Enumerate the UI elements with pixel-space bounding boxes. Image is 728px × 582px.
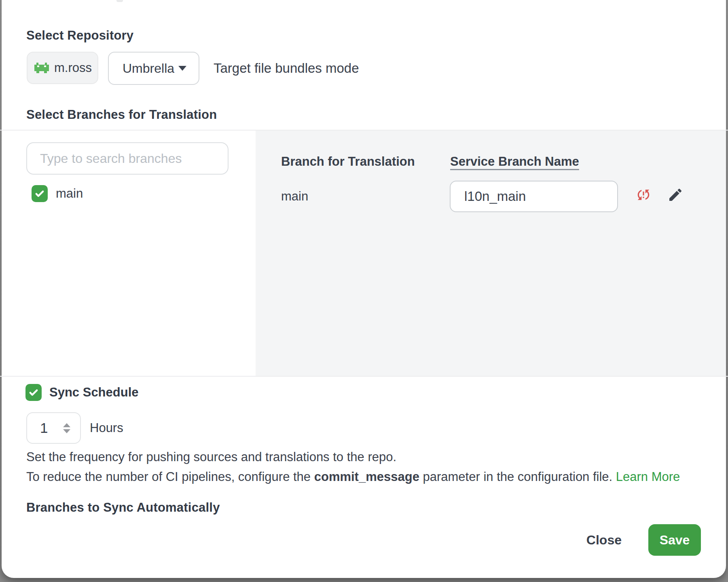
stepper-arrows-icon[interactable] <box>63 423 70 433</box>
interval-unit-label: Hours <box>90 412 123 444</box>
close-button[interactable]: Close <box>582 533 626 548</box>
checkmark-icon <box>28 387 39 398</box>
arrow-up-icon <box>63 423 70 427</box>
sync-schedule-checkbox-checked[interactable] <box>25 384 42 401</box>
chevron-down-icon <box>178 66 186 71</box>
commit-message-param: commit_message <box>314 470 419 484</box>
branches-to-sync-heading: Branches to Sync Automatically <box>26 500 220 515</box>
sync-schedule-label: Sync Schedule <box>49 385 139 400</box>
column-header-service-branch-name[interactable]: Service Branch Name <box>450 154 579 169</box>
checkmark-icon <box>34 188 45 199</box>
cutoff-element-artifact <box>116 0 123 2</box>
pixel-avatar-icon <box>34 61 49 75</box>
save-button[interactable]: Save <box>648 524 701 556</box>
branch-list-item-main[interactable]: main <box>32 185 83 202</box>
frequency-help-text: Set the frequency for pushing sources an… <box>26 450 396 464</box>
interval-number-select[interactable]: 1 <box>26 412 81 444</box>
repository-account-chip[interactable]: m.ross <box>27 52 98 84</box>
interval-value: 1 <box>40 420 48 436</box>
help-text-suffix: parameter in the configuration file. <box>419 470 616 484</box>
edit-service-branch-button[interactable] <box>667 187 684 203</box>
branch-list-item-label: main <box>56 186 83 201</box>
section-divider-bottom <box>0 376 728 377</box>
repo-sync-settings-modal: Select Repository m.ross Umbrella Target… <box>0 0 728 582</box>
sync-schedule-toggle[interactable]: Sync Schedule <box>25 384 139 401</box>
ci-pipelines-help-text: To reduce the number of CI pipelines, co… <box>26 470 680 484</box>
project-dropdown[interactable]: Umbrella <box>108 52 199 85</box>
target-mode-text: Target file bundles mode <box>214 52 359 85</box>
project-dropdown-value: Umbrella <box>123 61 174 76</box>
branch-checkbox-checked[interactable] <box>32 185 48 202</box>
learn-more-link[interactable]: Learn More <box>616 470 680 484</box>
select-repository-heading: Select Repository <box>26 28 133 43</box>
pencil-icon <box>667 187 684 203</box>
service-branch-name-input[interactable] <box>450 181 618 212</box>
branch-search-input[interactable] <box>26 142 229 175</box>
table-row-branch-name: main <box>281 181 308 212</box>
repository-account-name: m.ross <box>54 61 92 75</box>
column-header-branch-for-translation: Branch for Translation <box>281 154 415 169</box>
select-branches-heading: Select Branches for Translation <box>26 108 217 122</box>
sync-warning-button[interactable] <box>636 187 651 202</box>
sync-problem-icon <box>636 187 651 202</box>
arrow-down-icon <box>63 429 70 433</box>
help-text-prefix: To reduce the number of CI pipelines, co… <box>26 470 314 484</box>
modal-footer: Close Save <box>0 524 701 556</box>
